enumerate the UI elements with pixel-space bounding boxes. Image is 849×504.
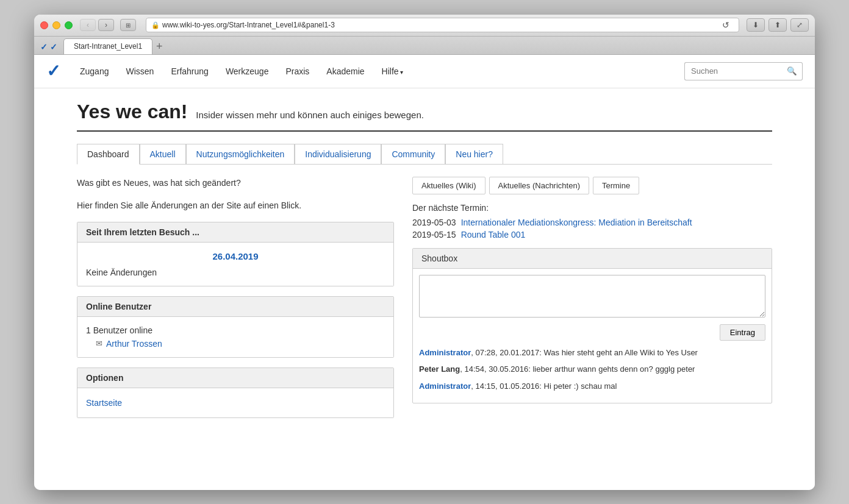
forward-button[interactable]: › bbox=[98, 19, 114, 31]
nav-link-hilfe[interactable]: Hilfe bbox=[374, 62, 411, 81]
list-item: ✉ Arthur Trossen bbox=[96, 339, 385, 349]
minimize-button[interactable] bbox=[52, 21, 60, 29]
tab-nutzungsmoeglichkeiten[interactable]: Nutzungsmöglichkeiten bbox=[186, 144, 295, 164]
user-list: ✉ Arthur Trossen bbox=[86, 339, 385, 349]
online-users-header: Online Benutzer bbox=[77, 297, 393, 317]
shout-meta-2: , 14:54, 30.05.2016: lieber arthur wann … bbox=[460, 364, 695, 374]
shoutbox-submit-row: Eintrag bbox=[419, 324, 765, 341]
page-header: Yes we can! Insider wissen mehr und könn… bbox=[77, 101, 772, 132]
search-area: 🔍 bbox=[684, 62, 803, 80]
two-col-layout: Was gibt es Neues, was hat sich geändert… bbox=[77, 177, 772, 428]
appointment-1-link[interactable]: Internationaler Mediationskongress: Medi… bbox=[461, 218, 692, 227]
lock-icon: 🔒 bbox=[151, 21, 160, 29]
last-visit-date: 26.04.2019 bbox=[86, 251, 385, 261]
last-visit-panel: Seit Ihrem letzten Besuch ... 26.04.2019… bbox=[77, 222, 394, 286]
tab-bar: ✓ ✓ Start-Intranet_Level1 + bbox=[34, 37, 815, 55]
shout-author-2: Peter Lang bbox=[419, 364, 460, 374]
site-logo[interactable]: ✓ bbox=[46, 61, 60, 81]
no-changes-text: Keine Änderungen bbox=[86, 268, 157, 277]
address-text: www.wiki-to-yes.org/Start-Intranet_Level… bbox=[162, 21, 718, 29]
tab-community[interactable]: Community bbox=[381, 144, 445, 164]
last-visit-body: 26.04.2019 Keine Änderungen bbox=[77, 243, 393, 286]
eintrag-button[interactable]: Eintrag bbox=[720, 324, 765, 341]
share-button[interactable]: ⬆ bbox=[768, 18, 787, 32]
page-content: ✓ Zugang Wissen Erfahrung Werkzeuge Prax… bbox=[34, 55, 815, 490]
online-users-panel: Online Benutzer 1 Benutzer online ✉ Arth… bbox=[77, 296, 394, 358]
nav-link-praxis[interactable]: Praxis bbox=[278, 62, 317, 81]
intro-line2: Hier finden Sie alle Änderungen an der S… bbox=[77, 199, 394, 212]
content-tabs: Dashboard Aktuell Nutzungsmöglichkeiten … bbox=[77, 144, 772, 165]
traffic-lights bbox=[40, 21, 73, 29]
appointment-1-date: 2019-05-03 bbox=[412, 218, 456, 227]
browser-tab[interactable]: Start-Intranet_Level1 bbox=[63, 38, 152, 54]
title-bar: ‹ › ⊞ 🔒 www.wiki-to-yes.org/Start-Intran… bbox=[34, 15, 815, 37]
appointment-1: 2019-05-03 Internationaler Mediationskon… bbox=[412, 218, 772, 227]
download-button[interactable]: ⬇ bbox=[747, 18, 765, 32]
checkmark-1: ✓ bbox=[40, 42, 48, 52]
intro-line1: Was gibt es Neues, was hat sich geändert… bbox=[77, 177, 394, 190]
main-content: Yes we can! Insider wissen mehr und könn… bbox=[59, 88, 790, 440]
options-panel: Optionen Startseite bbox=[77, 367, 394, 418]
nav-link-werkzeuge[interactable]: Werkzeuge bbox=[218, 62, 276, 81]
search-input[interactable] bbox=[684, 62, 782, 80]
site-nav-links: Zugang Wissen Erfahrung Werkzeuge Praxis… bbox=[73, 62, 684, 81]
online-users-body: 1 Benutzer online ✉ Arthur Trossen bbox=[77, 317, 393, 357]
mail-icon: ✉ bbox=[96, 339, 102, 348]
back-button[interactable]: ‹ bbox=[80, 19, 96, 31]
tab-aktuell[interactable]: Aktuell bbox=[140, 144, 186, 164]
close-button[interactable] bbox=[40, 21, 48, 29]
shoutbox-header: Shoutbox bbox=[413, 249, 772, 269]
appointment-2: 2019-05-15 Round Table 001 bbox=[412, 230, 772, 240]
shoutbox-panel: Shoutbox Eintrag Administrator, 07:28, 2… bbox=[412, 248, 772, 404]
address-bar[interactable]: 🔒 www.wiki-to-yes.org/Start-Intranet_Lev… bbox=[146, 18, 739, 32]
shout-author-3: Administrator bbox=[419, 382, 471, 391]
next-appointment-label: Der nächste Termin: bbox=[412, 203, 772, 213]
sidebar-toggle-button[interactable]: ⊞ bbox=[120, 19, 136, 31]
search-icon: 🔍 bbox=[787, 66, 797, 76]
nav-link-wissen[interactable]: Wissen bbox=[118, 62, 161, 81]
shoutbox-textarea[interactable] bbox=[419, 275, 765, 318]
button-row: Aktuelles (Wiki) Aktuelles (Nachrichten)… bbox=[412, 177, 772, 194]
startseite-link[interactable]: Startseite bbox=[86, 397, 385, 409]
nav-link-akademie[interactable]: Akademie bbox=[319, 62, 371, 81]
nav-link-zugang[interactable]: Zugang bbox=[73, 62, 116, 81]
page-subtitle: Insider wissen mehr und können auch eini… bbox=[196, 110, 424, 120]
aktuelles-nachrichten-button[interactable]: Aktuelles (Nachrichten) bbox=[489, 177, 589, 194]
aktuelles-wiki-button[interactable]: Aktuelles (Wiki) bbox=[412, 177, 485, 194]
maximize-button[interactable] bbox=[65, 21, 73, 29]
options-header: Optionen bbox=[77, 368, 393, 388]
tab-individualisierung[interactable]: Individualisierung bbox=[295, 144, 381, 164]
reload-button[interactable]: ↺ bbox=[718, 19, 734, 31]
shout-entry-2: Peter Lang, 14:54, 30.05.2016: lieber ar… bbox=[419, 363, 765, 375]
search-button[interactable]: 🔍 bbox=[782, 62, 803, 80]
fullscreen-button[interactable]: ⤢ bbox=[790, 18, 809, 32]
nav-link-erfahrung[interactable]: Erfahrung bbox=[163, 62, 215, 81]
site-navbar: ✓ Zugang Wissen Erfahrung Werkzeuge Prax… bbox=[34, 55, 815, 88]
user-link-arthur[interactable]: Arthur Trossen bbox=[106, 339, 162, 349]
appointment-2-date: 2019-05-15 bbox=[412, 230, 456, 240]
shout-meta-1: , 07:28, 20.01.2017: Was hier steht geht… bbox=[471, 348, 698, 357]
termine-button[interactable]: Termine bbox=[593, 177, 639, 194]
last-visit-header: Seit Ihrem letzten Besuch ... bbox=[77, 222, 393, 243]
new-tab-button[interactable]: + bbox=[156, 40, 163, 54]
sidebar-toggle-icon: ⊞ bbox=[126, 22, 131, 29]
tab-dashboard[interactable]: Dashboard bbox=[77, 144, 140, 165]
shout-entry-3: Administrator, 14:15, 01.05.2016: Hi pet… bbox=[419, 380, 765, 392]
page-title: Yes we can! bbox=[77, 101, 187, 122]
logo-icon: ✓ bbox=[46, 62, 60, 80]
appointment-2-link[interactable]: Round Table 001 bbox=[461, 230, 526, 240]
options-body: Startseite bbox=[77, 388, 393, 417]
right-column: Aktuelles (Wiki) Aktuelles (Nachrichten)… bbox=[412, 177, 772, 428]
shout-entry-1: Administrator, 07:28, 20.01.2017: Was hi… bbox=[419, 347, 765, 359]
tab-label: Start-Intranet_Level1 bbox=[74, 42, 142, 51]
tab-neu-hier[interactable]: Neu hier? bbox=[445, 144, 503, 164]
shoutbox-body: Eintrag Administrator, 07:28, 20.01.2017… bbox=[413, 269, 772, 403]
left-column: Was gibt es Neues, was hat sich geändert… bbox=[77, 177, 394, 428]
checkmark-2: ✓ bbox=[50, 42, 57, 52]
shout-author-1: Administrator bbox=[419, 348, 471, 357]
user-count: 1 Benutzer online bbox=[86, 325, 385, 335]
shout-meta-3: , 14:15, 01.05.2016: Hi peter :) schau m… bbox=[471, 382, 617, 391]
